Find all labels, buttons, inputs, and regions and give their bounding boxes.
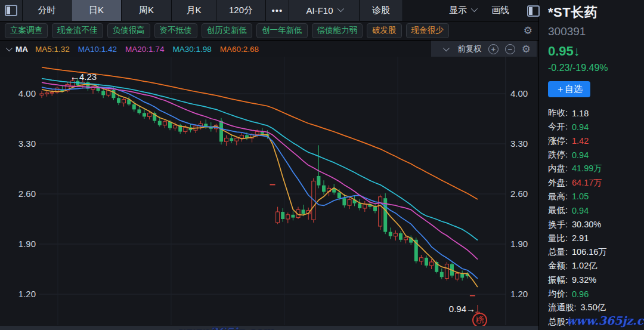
stat-row: 最高:1.05 [548,190,644,203]
zoom-out-icon[interactable]: − [505,44,515,54]
candle [425,258,428,266]
stat-label: 涨停: [548,135,568,147]
tab-•••[interactable]: ••• [266,0,289,21]
chevron-down-icon [471,5,478,11]
ma-line [42,87,478,279]
tab-分时[interactable]: 分时 [23,0,72,21]
stat-value: 1.18 [572,109,589,118]
stats-list: 昨收:1.18今开:0.94涨停:1.42跌停:0.94内盘:41.99万外盘:… [548,106,644,329]
y-axis-label: 1.20 [8,289,36,299]
candle [174,125,177,128]
tab-label: ••• [272,5,283,16]
risk-tag[interactable]: 现金流不佳 [52,23,103,38]
tab-周K[interactable]: 周K [122,0,172,21]
stat-row: 流通股:3.50亿 [548,301,644,314]
stat-row: 换手:30.30% [548,217,644,231]
tags-settings-gear-icon[interactable]: ⚙ [524,26,532,36]
indicator-settings-gear-icon[interactable]: ⚙ [522,44,531,54]
candle [342,198,346,205]
period-toolbar: 分时日K周K月K120分•••AI-F10诊股 显示画线 [0,0,538,21]
indicator-name: MA [16,45,28,54]
tab-AI-F10[interactable]: AI-F10 [289,0,360,21]
candle [394,233,397,236]
risk-tags-row: 立案调查现金流不佳负债很高资不抵债创历史新低创一年新低偿债能力弱破发股现金很少⚙ [0,21,538,41]
indicator-bar: MA MA5:1.32MA10:1.42MA20:1.74MA30:1.98MA… [0,41,538,58]
toolbar-display-menu[interactable]: 显示 [449,5,476,16]
toolbar-label: 画线 [491,5,509,16]
stat-value: 9.32% [572,275,596,285]
panel-toggle-icon [5,5,17,16]
stat-label: 最高: [548,191,568,202]
candle [240,135,243,138]
stat-label: 今开: [548,121,568,132]
candle [158,121,162,125]
risk-tag[interactable]: 负债很高 [107,23,150,38]
risk-tag[interactable]: 立案调查 [5,23,48,38]
candlestick-chart[interactable]: ←4.23 0.94→ 榜 4.004.003.303.302.602.601.… [0,57,538,330]
stat-value: 106.16万 [572,246,607,258]
candle [291,215,295,218]
risk-tag[interactable]: 创一年新低 [256,23,308,38]
y-axis-label: 3.30 [510,138,538,149]
risk-tag[interactable]: 创历史新低 [202,23,253,38]
stat-label: 外盘: [548,177,568,189]
adjust-mode-label[interactable]: 前复权 [457,44,482,54]
stat-row: 今开:0.94 [548,120,644,134]
candle [132,104,136,109]
low-price-annotation: 0.94→ [416,304,475,314]
stock-code: 300391 [548,25,644,38]
chevron-down-icon [337,5,343,11]
ma-value-label: MA20:1.74 [125,45,164,54]
toolbar-right: 显示画线 [403,0,538,21]
stat-row: 振幅:9.32% [548,273,644,287]
right-panel-toggle-icon[interactable] [527,5,540,17]
stock-app: 分时日K周K月K120分•••AI-F10诊股 显示画线 立案调查现金流不佳负债… [0,0,644,330]
stat-value: 1.02亿 [572,260,597,272]
stat-value: 0.94 [572,206,589,215]
candle [281,212,284,219]
tab-120分[interactable]: 120分 [216,0,266,21]
zoom-in-icon[interactable]: + [488,44,499,54]
risk-tag[interactable]: 偿债能力弱 [312,23,363,38]
stat-row: 金额:1.02亿 [548,259,644,273]
tab-月K[interactable]: 月K [172,0,216,21]
risk-tag[interactable]: 资不抵债 [154,23,197,38]
stat-label: 内盘: [548,163,568,174]
candle [117,98,120,103]
stock-name: *ST长药 [548,4,644,21]
stat-row: 外盘:64.17万 [548,175,644,189]
candle [322,186,326,192]
sidebar-toggle-button[interactable] [0,0,23,21]
add-watchlist-button[interactable]: ＋自选 [548,81,590,97]
y-axis-label: 2.60 [510,189,538,199]
chart-canvas[interactable] [0,57,538,330]
tab-label: 分时 [38,5,56,16]
candle [163,122,166,125]
ma-value-label: MA60:2.68 [220,45,259,54]
toolbar-draw-tool[interactable]: 画线 [491,5,509,16]
chevron-down-icon[interactable] [443,45,450,51]
price-value: 0.95 [548,44,574,58]
candle [379,197,382,226]
candle [302,209,305,214]
stat-label: 昨收: [548,107,568,119]
ma-line [42,79,478,240]
tab-label: 月K [186,5,201,16]
candle [101,91,105,95]
tab-诊股[interactable]: 诊股 [360,0,403,21]
candle [255,132,259,135]
candle [430,262,434,266]
risk-tag[interactable]: 现金很少 [406,23,449,38]
stat-row: 均价:0.96 [548,287,644,301]
risk-tag[interactable]: 破发股 [367,23,402,38]
chevron-down-icon[interactable] [6,45,13,51]
candle [40,94,44,95]
stat-value: 1.42 [572,136,589,146]
stat-label: 总量: [548,246,568,258]
tab-日K[interactable]: 日K [72,0,122,21]
stat-value: 41.99万 [572,163,602,174]
stat-label: 金额: [548,260,568,272]
stat-value: 0.96 [572,289,589,299]
candle [460,273,464,277]
stat-value: 30.30% [572,220,601,229]
